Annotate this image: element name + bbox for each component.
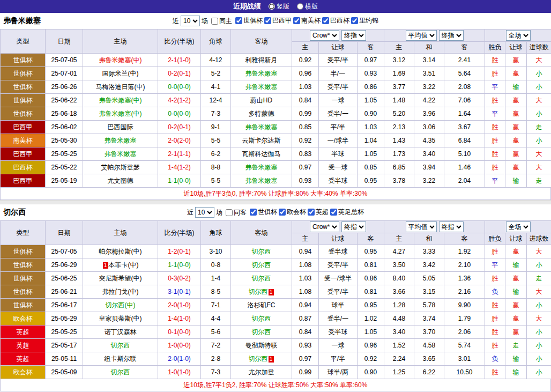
col-score: 比分(半场) (158, 221, 201, 245)
league-filter[interactable]: 巴西杯 (321, 16, 349, 25)
europe-home-odds: 1.52 (384, 339, 414, 352)
corner-score: 12-4 (201, 94, 231, 107)
subcol-eu-draw: 和 (414, 233, 444, 245)
asia-away-odds: 0.81 (358, 285, 384, 299)
asia-home-odds: 1.08 (292, 285, 319, 299)
col-type: 类型 (1, 29, 46, 54)
same-venue-checkbox[interactable] (226, 209, 233, 216)
home-team: 弗拉门戈(中) (83, 285, 158, 299)
scope-select[interactable]: 全场 (506, 30, 531, 41)
match-type: 欧会杯 (1, 312, 46, 326)
europe-draw-odds: 3.70 (414, 326, 444, 339)
layout-vertical-option[interactable]: 竖版 (269, 2, 289, 11)
league-filter[interactable]: 里约锦 (349, 16, 378, 25)
score: 0-1(0-0) (158, 326, 201, 339)
europe-draw-odds: 4.35 (414, 134, 444, 147)
scope-select[interactable]: 全场 (506, 221, 531, 232)
match-date: 25-06-18 (46, 107, 83, 121)
league-label: 里约锦 (359, 16, 378, 25)
europe-draw-odds: 3.74 (414, 312, 444, 326)
league-label: 世俱杯 (243, 16, 263, 25)
league-filter[interactable]: 巴西甲 (263, 16, 292, 25)
league-checkbox[interactable] (264, 17, 271, 24)
result-goals: 大 (527, 94, 551, 107)
summary-line: 近10场,胜7平3负0, 胜率:70% 让球胜率:80% 大率:40% 单率:3… (0, 188, 551, 200)
league-checkbox[interactable] (293, 17, 300, 24)
europe-draw-odds: 3.40 (414, 147, 444, 161)
asia-home-odds: 0.85 (292, 121, 319, 134)
europe-away-odds: 1.92 (444, 245, 485, 258)
match-type: 南美杯 (1, 134, 46, 147)
result-goals: 大 (527, 147, 551, 161)
europe-draw-odds: 5.78 (414, 299, 444, 312)
match-date: 25-06-22 (46, 94, 83, 107)
same-venue-filter[interactable]: 同客 (224, 208, 247, 217)
league-filter-group: 世俱杯欧会杯英超英足总杯 (248, 208, 364, 217)
away-team: 云斯卡尔达斯 (231, 134, 292, 147)
asia-home-odds: 0.94 (292, 245, 319, 258)
subcol-handicap-result: 让球 (505, 233, 527, 245)
result-handicap: 赢 (505, 121, 527, 134)
layout-horizontal-radio[interactable] (297, 3, 303, 10)
league-checkbox[interactable] (351, 17, 358, 24)
league-filter[interactable]: 世俱杯 (234, 16, 263, 25)
asia-handicap: 球半 (319, 299, 358, 312)
subcol-asia-away: 客 (358, 42, 384, 54)
europe-avg-select[interactable]: 平均值 (406, 221, 437, 232)
europe-away-odds: 2.06 (444, 326, 485, 339)
league-filter[interactable]: 英超 (306, 208, 329, 217)
league-filter[interactable]: 英足总杯 (329, 208, 364, 217)
bookmaker-select[interactable]: Crow* (310, 30, 339, 41)
europe-final-select[interactable]: 终指 (439, 221, 464, 232)
same-venue-checkbox[interactable] (211, 18, 218, 25)
league-checkbox[interactable] (308, 209, 315, 216)
europe-final-select[interactable]: 终指 (439, 30, 464, 41)
league-checkbox[interactable] (330, 209, 337, 216)
match-date: 25-06-29 (46, 258, 83, 272)
result-goals: 小 (527, 258, 551, 272)
europe-away-odds: 2.41 (444, 54, 485, 67)
corner-score: 8-8 (201, 161, 231, 174)
bookmaker-select[interactable]: Crow* (310, 221, 339, 232)
result-winloss: 平 (485, 80, 505, 94)
home-team: 弗鲁米嫩塞 (83, 134, 158, 147)
match-row: 世俱杯25-06-26马梅洛迪日落(中)0-0(0-0)4-1弗鲁米嫩塞1.03… (1, 80, 551, 94)
asia-away-odds: 1.05 (358, 326, 384, 339)
red-card-badge: 1 (269, 356, 274, 363)
near-label: 近 (187, 208, 193, 217)
result-winloss: 胜 (485, 67, 505, 80)
league-checkbox[interactable] (235, 17, 242, 24)
asia-home-odds: 1.08 (292, 258, 319, 272)
same-venue-filter[interactable]: 同主 (210, 17, 232, 26)
layout-vertical-radio[interactable] (269, 3, 275, 10)
league-checkbox[interactable] (279, 209, 286, 216)
col-date: 日期 (46, 29, 83, 54)
score: 2-0(1-0) (158, 352, 201, 366)
league-checkbox[interactable] (250, 209, 257, 216)
score: 0-0(0-0) (158, 107, 201, 121)
result-handicap: 输 (505, 352, 527, 366)
match-type: 世俱杯 (1, 299, 46, 312)
europe-draw-odds: 3.94 (414, 161, 444, 174)
europe-home-odds: 5.20 (384, 107, 414, 121)
asia-final-select[interactable]: 终指 (341, 221, 366, 232)
layout-horizontal-option[interactable]: 横版 (297, 2, 318, 11)
result-handicap: 赢 (505, 67, 527, 80)
league-checkbox[interactable] (322, 17, 329, 24)
match-type: 世俱杯 (1, 258, 46, 272)
asia-handicap: 球半/两 (319, 366, 358, 379)
corner-score: 8-5 (201, 285, 231, 299)
score: 3-1(0-1) (158, 285, 201, 299)
recent-count-select[interactable]: 10 (195, 207, 214, 218)
summary-line: 近10场,胜7平1负2, 胜率:70% 让球胜率:50% 大率:50% 单率:6… (0, 379, 551, 391)
asia-handicap: 平/半 (319, 121, 358, 134)
recent-count-select[interactable]: 10 (181, 16, 200, 26)
europe-draw-odds: 3.15 (414, 285, 444, 299)
league-filter[interactable]: 南美杯 (292, 16, 321, 25)
match-row: 巴西甲25-05-19尤文图德1-1(0-0)5-5弗鲁米嫩塞0.93受半球0.… (1, 174, 551, 188)
league-filter[interactable]: 欧会杯 (277, 208, 306, 217)
league-filter[interactable]: 世俱杯 (248, 208, 277, 217)
score: 2-0(2-0) (158, 134, 201, 147)
asia-final-select[interactable]: 终指 (341, 30, 366, 41)
europe-avg-select[interactable]: 平均值 (406, 30, 437, 41)
